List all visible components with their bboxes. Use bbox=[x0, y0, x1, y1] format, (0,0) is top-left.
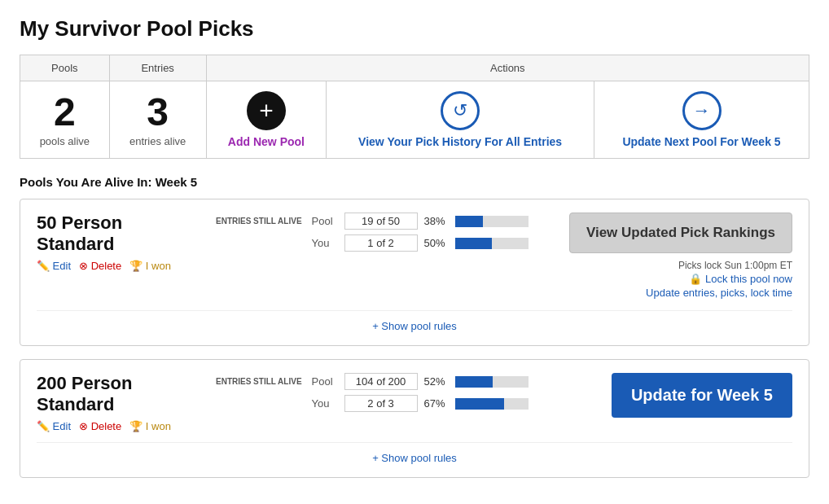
pool-delete-link-2[interactable]: ⊗ Delete bbox=[79, 420, 121, 432]
pool-actions-row-1: ✏️ Edit ⊗ Delete 🏆 I won bbox=[37, 260, 200, 272]
pool-progress-fill-1 bbox=[455, 216, 483, 227]
pool-cards-container: 50 Person Standard ✏️ Edit ⊗ Delete 🏆 I … bbox=[20, 199, 809, 478]
pool-left-2: 200 Person Standard ✏️ Edit ⊗ Delete 🏆 I… bbox=[37, 373, 200, 432]
pool-middle-2: ENTRIES STILL ALIVE Pool 104 of 200 52% … bbox=[216, 373, 529, 412]
section-heading: Pools You Are Alive In: Week 5 bbox=[20, 175, 809, 189]
page-title: My Survivor Pool Picks bbox=[20, 16, 809, 42]
pool-progress-bar-2 bbox=[455, 376, 529, 388]
pool-stat-value-1: 19 of 50 bbox=[344, 213, 418, 230]
update-next-icon: → bbox=[682, 91, 722, 130]
pools-count: 2 bbox=[33, 93, 96, 132]
lock-info-1: Picks lock Sun 1:00pm ET bbox=[678, 260, 792, 271]
pool-footer-1: + Show pool rules bbox=[37, 310, 792, 332]
you-stat-row-1: You 1 of 2 50% bbox=[312, 234, 529, 252]
you-stat-row-2: You 2 of 3 67% bbox=[312, 395, 529, 412]
pool-right-1: View Updated Pick Rankings Picks lock Su… bbox=[545, 213, 792, 300]
add-new-pool-icon: + bbox=[247, 91, 286, 130]
pool-stat-pct-2: 52% bbox=[424, 375, 449, 388]
pool-stat-row-2: Pool 104 of 200 52% bbox=[312, 373, 529, 390]
pool-progress-fill-2 bbox=[455, 376, 493, 388]
entries-col-header: Entries bbox=[109, 55, 206, 81]
pool-stat-label-1: Pool bbox=[312, 215, 338, 227]
pool-stat-pct-1: 38% bbox=[424, 215, 449, 227]
pool-name-2: 200 Person Standard bbox=[37, 373, 200, 415]
you-progress-fill-2 bbox=[455, 398, 504, 410]
summary-table: Pools Entries Actions 2 pools alive 3 en… bbox=[20, 55, 809, 159]
pool-card-2: 200 Person Standard ✏️ Edit ⊗ Delete 🏆 I… bbox=[20, 359, 809, 478]
lock-pool-link-1[interactable]: 🔒 Lock this pool now bbox=[689, 273, 792, 285]
entries-label: entries alive bbox=[123, 135, 193, 147]
pool-edit-link-2[interactable]: ✏️ Edit bbox=[37, 420, 71, 432]
you-stat-label-2: You bbox=[312, 397, 338, 410]
pool-stat-value-2: 104 of 200 bbox=[344, 373, 418, 390]
pool-won-link-2[interactable]: 🏆 I won bbox=[129, 420, 171, 432]
pool-delete-link-1[interactable]: ⊗ Delete bbox=[79, 260, 121, 272]
you-progress-bar-1 bbox=[455, 238, 529, 249]
pool-actions-row-2: ✏️ Edit ⊗ Delete 🏆 I won bbox=[37, 420, 200, 432]
pick-history-cell[interactable]: ↺ View Your Pick History For All Entries bbox=[327, 81, 594, 159]
you-stat-value-2: 2 of 3 bbox=[344, 395, 418, 412]
pool-middle-1: ENTRIES STILL ALIVE Pool 19 of 50 38% Yo… bbox=[216, 213, 529, 252]
you-stat-label-1: You bbox=[312, 237, 338, 249]
pool-progress-bar-1 bbox=[455, 216, 529, 227]
pool-action-btn-1[interactable]: View Updated Pick Rankings bbox=[569, 213, 792, 253]
pools-col-header: Pools bbox=[20, 55, 110, 81]
pools-label: pools alive bbox=[33, 135, 96, 147]
you-progress-fill-1 bbox=[455, 238, 492, 249]
pool-name-1: 50 Person Standard bbox=[37, 213, 200, 255]
pool-stat-row-1: Pool 19 of 50 38% bbox=[312, 213, 529, 230]
pool-left-1: 50 Person Standard ✏️ Edit ⊗ Delete 🏆 I … bbox=[37, 213, 200, 272]
actions-col-header: Actions bbox=[206, 55, 809, 81]
pool-right-2: Update for Week 5 bbox=[545, 373, 792, 418]
entries-still-alive-label-1: ENTRIES STILL ALIVE bbox=[216, 213, 302, 226]
update-next-pool-link[interactable]: Update Next Pool For Week 5 bbox=[607, 135, 796, 148]
pools-count-cell: 2 pools alive bbox=[20, 81, 110, 159]
you-stat-value-1: 1 of 2 bbox=[344, 234, 418, 252]
pool-won-link-1[interactable]: 🏆 I won bbox=[129, 260, 171, 272]
entries-count: 3 bbox=[123, 93, 193, 132]
update-next-pool-cell[interactable]: → Update Next Pool For Week 5 bbox=[594, 81, 809, 159]
pick-history-link[interactable]: View Your Pick History For All Entries bbox=[340, 135, 581, 148]
pool-stats-2: Pool 104 of 200 52% You 2 of 3 67% bbox=[312, 373, 529, 412]
pool-stat-label-2: Pool bbox=[312, 375, 338, 388]
pool-action-btn-2[interactable]: Update for Week 5 bbox=[612, 373, 792, 418]
entries-still-alive-label-2: ENTRIES STILL ALIVE bbox=[216, 373, 302, 387]
you-progress-bar-2 bbox=[455, 398, 529, 410]
you-stat-pct-1: 50% bbox=[424, 237, 449, 249]
pool-stats-1: Pool 19 of 50 38% You 1 of 2 50% bbox=[312, 213, 529, 252]
add-new-pool-link[interactable]: Add New Pool bbox=[228, 135, 305, 148]
pool-edit-link-1[interactable]: ✏️ Edit bbox=[37, 260, 71, 272]
update-entries-link-1[interactable]: Update entries, picks, lock time bbox=[646, 287, 792, 299]
entries-count-cell: 3 entries alive bbox=[109, 81, 206, 159]
pool-card-1: 50 Person Standard ✏️ Edit ⊗ Delete 🏆 I … bbox=[20, 199, 809, 346]
history-icon: ↺ bbox=[441, 91, 480, 130]
you-stat-pct-2: 67% bbox=[424, 397, 449, 410]
pool-footer-2: + Show pool rules bbox=[37, 442, 792, 464]
add-new-pool-cell[interactable]: + Add New Pool bbox=[206, 81, 327, 159]
show-rules-link-1[interactable]: + Show pool rules bbox=[372, 320, 457, 332]
show-rules-link-2[interactable]: + Show pool rules bbox=[372, 452, 457, 464]
